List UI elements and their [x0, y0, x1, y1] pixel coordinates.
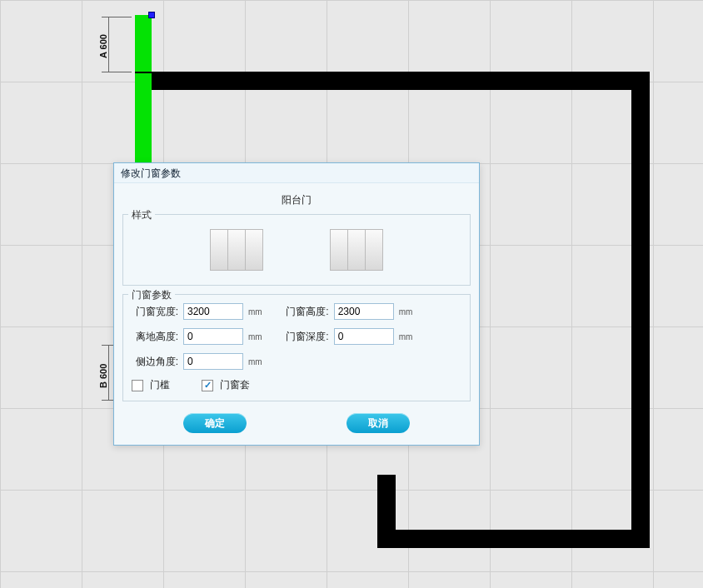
- dim-a-ext2: [102, 72, 132, 72]
- wall-vertical-left-bottom: [377, 475, 396, 548]
- threshold-label: 门槛: [150, 378, 170, 392]
- unit-mm: mm: [248, 357, 262, 366]
- ok-button[interactable]: 确定: [183, 413, 247, 433]
- unit-mm: mm: [399, 307, 413, 316]
- unit-mm: mm: [248, 307, 262, 316]
- wall-horizontal-top: [142, 72, 650, 90]
- dim-a-text: A 600: [98, 34, 108, 58]
- wall-vertical-right: [631, 72, 650, 548]
- cad-canvas[interactable]: A 600 B 600 修改门窗参数 阳台门 样式 门窗参数: [0, 0, 703, 588]
- unit-mm: mm: [248, 332, 262, 341]
- depth-input[interactable]: [334, 328, 394, 345]
- style-fieldset: 样式: [122, 214, 471, 286]
- angle-input[interactable]: [183, 353, 243, 370]
- threshold-checkbox[interactable]: [132, 380, 143, 391]
- style-legend: 样式: [128, 208, 155, 222]
- width-input[interactable]: [183, 303, 243, 320]
- wall-horizontal-bottom: [377, 530, 650, 548]
- dim-b-line: [108, 345, 109, 400]
- unit-mm: mm: [399, 332, 413, 341]
- width-label: 门窗宽度:: [132, 305, 178, 319]
- cancel-button[interactable]: 取消: [347, 413, 410, 433]
- casing-label: 门窗套: [220, 378, 250, 392]
- dim-a-line: [108, 17, 109, 72]
- selected-wall-gap: [135, 72, 152, 73]
- dim-b-text: B 600: [98, 364, 108, 388]
- elev-input[interactable]: [183, 328, 243, 345]
- depth-label: 门窗深度:: [282, 330, 329, 344]
- style-option-1[interactable]: [210, 229, 263, 271]
- dialog-title[interactable]: 修改门窗参数: [114, 163, 479, 183]
- elev-label: 离地高度:: [132, 330, 178, 344]
- param-legend: 门窗参数: [128, 288, 175, 302]
- height-label: 门窗高度:: [282, 305, 329, 319]
- dialog-modify-door-window: 修改门窗参数 阳台门 样式 门窗参数 门窗宽度:: [113, 162, 480, 446]
- dialog-subtitle: 阳台门: [122, 190, 471, 214]
- angle-label: 侧边角度:: [132, 355, 178, 369]
- height-input[interactable]: [334, 303, 394, 320]
- casing-checkbox[interactable]: [202, 380, 213, 391]
- style-option-2[interactable]: [330, 229, 383, 271]
- dim-a-ext1: [102, 17, 132, 17]
- param-fieldset: 门窗参数 门窗宽度: mm 门窗高度: mm 离地高度:: [122, 294, 471, 401]
- selection-handle[interactable]: [148, 12, 155, 18]
